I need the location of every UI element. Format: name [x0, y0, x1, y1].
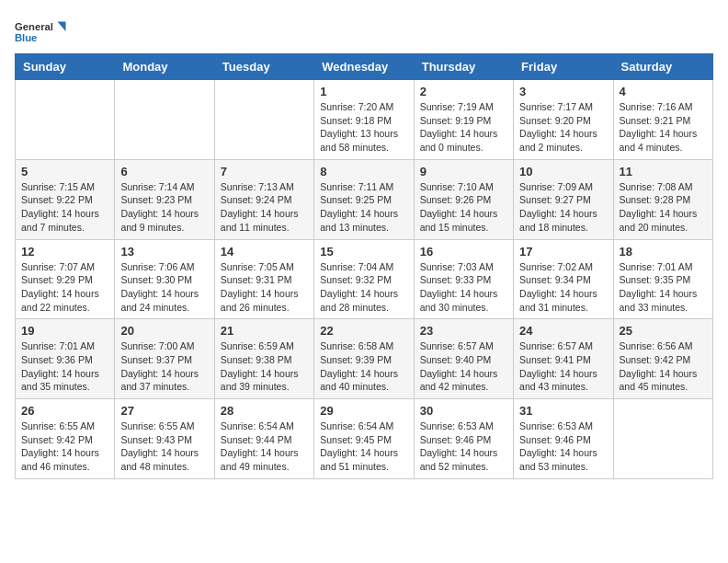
day-number: 28	[221, 404, 308, 418]
day-info: Sunrise: 7:13 AMSunset: 9:24 PMDaylight:…	[221, 180, 308, 235]
day-info: Sunrise: 7:19 AMSunset: 9:19 PMDaylight:…	[420, 100, 507, 155]
day-cell-21: 21Sunrise: 6:59 AMSunset: 9:38 PMDayligh…	[214, 319, 313, 399]
day-number: 27	[120, 404, 208, 418]
day-info: Sunrise: 7:08 AMSunset: 9:28 PMDaylight:…	[620, 180, 707, 235]
weekday-header-wednesday: Wednesday	[314, 54, 414, 80]
day-info: Sunrise: 7:15 AMSunset: 9:22 PMDaylight:…	[21, 180, 108, 235]
day-number: 18	[620, 245, 707, 259]
day-number: 19	[21, 324, 108, 338]
day-cell-9: 9Sunrise: 7:10 AMSunset: 9:26 PMDaylight…	[414, 159, 513, 239]
day-cell-10: 10Sunrise: 7:09 AMSunset: 9:27 PMDayligh…	[514, 159, 613, 239]
day-info: Sunrise: 7:10 AMSunset: 9:26 PMDaylight:…	[420, 180, 507, 235]
day-info: Sunrise: 6:56 AMSunset: 9:42 PMDaylight:…	[620, 339, 707, 394]
week-row-5: 26Sunrise: 6:55 AMSunset: 9:42 PMDayligh…	[16, 399, 713, 479]
weekday-header-thursday: Thursday	[414, 54, 513, 80]
day-cell-25: 25Sunrise: 6:56 AMSunset: 9:42 PMDayligh…	[613, 319, 712, 399]
week-row-4: 19Sunrise: 7:01 AMSunset: 9:36 PMDayligh…	[16, 319, 713, 399]
day-number: 31	[519, 404, 607, 418]
day-number: 29	[320, 404, 407, 418]
day-number: 11	[620, 165, 707, 178]
day-cell-13: 13Sunrise: 7:06 AMSunset: 9:30 PMDayligh…	[115, 239, 214, 319]
day-number: 4	[620, 85, 707, 98]
day-cell-23: 23Sunrise: 6:57 AMSunset: 9:40 PMDayligh…	[414, 319, 513, 399]
day-cell-5: 5Sunrise: 7:15 AMSunset: 9:22 PMDaylight…	[16, 159, 115, 239]
day-cell-4: 4Sunrise: 7:16 AMSunset: 9:21 PMDaylight…	[613, 80, 712, 160]
day-info: Sunrise: 6:54 AMSunset: 9:44 PMDaylight:…	[221, 419, 308, 474]
day-number: 30	[420, 404, 507, 418]
day-cell-8: 8Sunrise: 7:11 AMSunset: 9:25 PMDaylight…	[314, 159, 414, 239]
day-number: 7	[221, 165, 308, 178]
day-cell-2: 2Sunrise: 7:19 AMSunset: 9:19 PMDaylight…	[414, 80, 513, 160]
day-info: Sunrise: 7:17 AMSunset: 9:20 PMDaylight:…	[519, 100, 607, 155]
day-info: Sunrise: 7:04 AMSunset: 9:32 PMDaylight:…	[320, 260, 407, 315]
day-cell-26: 26Sunrise: 6:55 AMSunset: 9:42 PMDayligh…	[16, 399, 115, 479]
day-cell-31: 31Sunrise: 6:53 AMSunset: 9:46 PMDayligh…	[514, 399, 613, 479]
weekday-header-tuesday: Tuesday	[214, 54, 313, 80]
day-info: Sunrise: 6:58 AMSunset: 9:39 PMDaylight:…	[320, 339, 407, 394]
day-cell-16: 16Sunrise: 7:03 AMSunset: 9:33 PMDayligh…	[414, 239, 513, 319]
day-info: Sunrise: 6:53 AMSunset: 9:46 PMDaylight:…	[519, 419, 607, 474]
day-cell-30: 30Sunrise: 6:53 AMSunset: 9:46 PMDayligh…	[414, 399, 513, 479]
svg-text:Blue: Blue	[15, 32, 37, 43]
logo: General Blue	[15, 15, 70, 48]
page-header: General Blue	[15, 15, 713, 48]
day-info: Sunrise: 7:00 AMSunset: 9:37 PMDaylight:…	[120, 339, 208, 394]
day-number: 12	[21, 245, 108, 259]
day-info: Sunrise: 6:53 AMSunset: 9:46 PMDaylight:…	[420, 419, 507, 474]
day-info: Sunrise: 7:03 AMSunset: 9:33 PMDaylight:…	[420, 260, 507, 315]
day-info: Sunrise: 7:07 AMSunset: 9:29 PMDaylight:…	[21, 260, 108, 315]
day-info: Sunrise: 7:09 AMSunset: 9:27 PMDaylight:…	[519, 180, 607, 235]
calendar-table: SundayMondayTuesdayWednesdayThursdayFrid…	[15, 53, 713, 479]
day-info: Sunrise: 6:59 AMSunset: 9:38 PMDaylight:…	[221, 339, 308, 394]
svg-text:General: General	[15, 21, 53, 32]
day-number: 21	[221, 324, 308, 338]
weekday-header-sunday: Sunday	[16, 54, 115, 80]
day-cell-14: 14Sunrise: 7:05 AMSunset: 9:31 PMDayligh…	[214, 239, 313, 319]
weekday-header-friday: Friday	[514, 54, 613, 80]
day-cell-20: 20Sunrise: 7:00 AMSunset: 9:37 PMDayligh…	[115, 319, 214, 399]
day-cell-6: 6Sunrise: 7:14 AMSunset: 9:23 PMDaylight…	[115, 159, 214, 239]
weekday-header-row: SundayMondayTuesdayWednesdayThursdayFrid…	[16, 54, 713, 80]
day-number: 5	[21, 165, 108, 178]
day-number: 14	[221, 245, 308, 259]
day-cell-12: 12Sunrise: 7:07 AMSunset: 9:29 PMDayligh…	[16, 239, 115, 319]
day-number: 26	[21, 404, 108, 418]
empty-cell	[214, 80, 313, 160]
week-row-2: 5Sunrise: 7:15 AMSunset: 9:22 PMDaylight…	[16, 159, 713, 239]
day-number: 24	[519, 324, 607, 338]
empty-cell	[613, 399, 712, 479]
day-info: Sunrise: 6:57 AMSunset: 9:41 PMDaylight:…	[519, 339, 607, 394]
day-info: Sunrise: 7:14 AMSunset: 9:23 PMDaylight:…	[120, 180, 208, 235]
day-number: 3	[519, 85, 607, 98]
empty-cell	[115, 80, 214, 160]
weekday-header-monday: Monday	[115, 54, 214, 80]
day-number: 1	[320, 85, 407, 98]
day-number: 16	[420, 245, 507, 259]
day-number: 22	[320, 324, 407, 338]
day-cell-17: 17Sunrise: 7:02 AMSunset: 9:34 PMDayligh…	[514, 239, 613, 319]
day-cell-11: 11Sunrise: 7:08 AMSunset: 9:28 PMDayligh…	[613, 159, 712, 239]
day-cell-27: 27Sunrise: 6:55 AMSunset: 9:43 PMDayligh…	[115, 399, 214, 479]
day-number: 2	[420, 85, 507, 98]
svg-marker-2	[58, 22, 66, 32]
day-info: Sunrise: 7:11 AMSunset: 9:25 PMDaylight:…	[320, 180, 407, 235]
day-info: Sunrise: 7:02 AMSunset: 9:34 PMDaylight:…	[519, 260, 607, 315]
day-number: 20	[120, 324, 208, 338]
day-info: Sunrise: 6:55 AMSunset: 9:42 PMDaylight:…	[21, 419, 108, 474]
day-cell-19: 19Sunrise: 7:01 AMSunset: 9:36 PMDayligh…	[16, 319, 115, 399]
day-info: Sunrise: 7:16 AMSunset: 9:21 PMDaylight:…	[620, 100, 707, 155]
day-info: Sunrise: 7:20 AMSunset: 9:18 PMDaylight:…	[320, 100, 407, 155]
logo-svg: General Blue	[15, 15, 70, 48]
day-number: 15	[320, 245, 407, 259]
day-info: Sunrise: 7:01 AMSunset: 9:35 PMDaylight:…	[620, 260, 707, 315]
day-cell-24: 24Sunrise: 6:57 AMSunset: 9:41 PMDayligh…	[514, 319, 613, 399]
day-number: 17	[519, 245, 607, 259]
day-number: 25	[620, 324, 707, 338]
day-info: Sunrise: 6:54 AMSunset: 9:45 PMDaylight:…	[320, 419, 407, 474]
day-number: 9	[420, 165, 507, 178]
day-cell-18: 18Sunrise: 7:01 AMSunset: 9:35 PMDayligh…	[613, 239, 712, 319]
day-info: Sunrise: 7:05 AMSunset: 9:31 PMDaylight:…	[221, 260, 308, 315]
week-row-3: 12Sunrise: 7:07 AMSunset: 9:29 PMDayligh…	[16, 239, 713, 319]
day-info: Sunrise: 6:55 AMSunset: 9:43 PMDaylight:…	[120, 419, 208, 474]
day-number: 10	[519, 165, 607, 178]
